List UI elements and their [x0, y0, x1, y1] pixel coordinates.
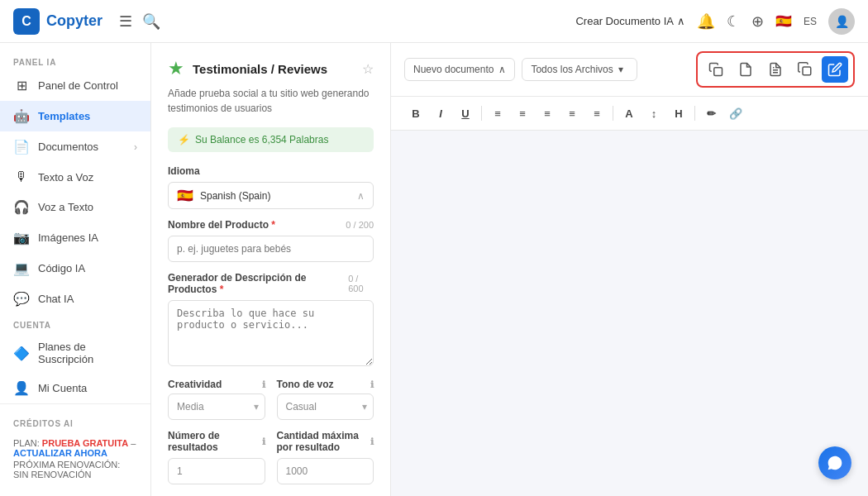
sidebar-item-imagenes-ia[interactable]: 📷 Imágenes IA: [0, 222, 150, 253]
sidebar-item-templates[interactable]: 🤖 Templates: [0, 101, 150, 131]
template-header: ★ Testimonials / Reviews ☆: [151, 43, 390, 86]
plan-update-link[interactable]: ACTUALIZAR AHORA: [13, 448, 107, 458]
sidebar-item-chat-ia[interactable]: 💬 Chat IA: [0, 284, 150, 314]
divider: [481, 106, 482, 121]
plan-renovacion: PRÓXIMA RENOVACIÓN: SIN RENOVACIÓN: [13, 460, 137, 479]
nombre-label: Nombre del Producto * 0 / 200: [168, 219, 374, 231]
idioma-section: Idioma 🇪🇸 Spanish (Spain) ∧: [151, 165, 390, 219]
sidebar-item-documentos[interactable]: 📄 Documentos ›: [0, 131, 150, 162]
chevron-down-icon: ▾: [618, 64, 623, 75]
italic-button[interactable]: I: [429, 102, 452, 125]
sidebar-item-texto-a-voz[interactable]: 🎙 Texto a Voz: [0, 162, 150, 192]
template-title: Testimonials / Reviews: [193, 62, 354, 76]
active-icon-button[interactable]: [822, 56, 848, 83]
document-icon: 📄: [13, 139, 30, 155]
required-indicator: *: [220, 284, 224, 295]
info-icon[interactable]: ℹ: [370, 379, 374, 390]
sidebar-item-label: Templates: [38, 110, 137, 122]
link-button[interactable]: 🔗: [724, 102, 747, 125]
balance-bar: ⚡ Su Balance es 6,354 Palabras: [168, 127, 374, 152]
user-icon: 👤: [13, 380, 30, 396]
align-right-button[interactable]: ≡: [536, 102, 559, 125]
tono-select[interactable]: Casual: [277, 393, 374, 420]
align-center-button[interactable]: ≡: [511, 102, 534, 125]
logo-text: Copyter: [46, 12, 103, 30]
idioma-flag: 🇪🇸: [177, 188, 193, 203]
archive-label: Todos los Archivos: [531, 64, 613, 75]
plan-box: PLAN: PRUEBA GRATUITA – ACTUALIZAR AHORA…: [0, 432, 150, 488]
chat-bubble[interactable]: [818, 446, 851, 479]
creatividad-select[interactable]: Media: [168, 393, 265, 420]
sidebar-item-label: Texto a Voz: [38, 171, 137, 184]
topnav: C Copyter ☰ 🔍 Crear Documento IA ∧ 🔔 ☾ ⊕…: [0, 0, 868, 43]
doc-icon-button[interactable]: [732, 56, 759, 83]
num-input[interactable]: [168, 458, 265, 484]
idioma-select[interactable]: 🇪🇸 Spanish (Spain) ∧: [168, 182, 374, 209]
flag-icon: 🇪🇸: [775, 13, 792, 29]
lang-text: ES: [804, 16, 817, 27]
underline-button[interactable]: U: [454, 102, 477, 125]
bell-icon[interactable]: 🔔: [697, 12, 715, 31]
arrow-icon: ›: [134, 141, 137, 153]
doc-select[interactable]: Nuevo documento ∧: [404, 58, 515, 81]
copy2-icon-button[interactable]: [792, 56, 818, 83]
descripcion-textarea[interactable]: [168, 300, 374, 366]
nombre-input[interactable]: [168, 236, 374, 262]
plan-upgrade[interactable]: PRUEBA GRATUITA: [42, 438, 128, 448]
sidebar-item-codigo-ia[interactable]: 💻 Código IA: [0, 253, 150, 284]
creditos-label: CRÉDITOS AI: [0, 413, 150, 432]
sidebar-item-label: Imágenes IA: [38, 231, 137, 244]
grid-icon: ⊞: [13, 78, 30, 93]
logo: C Copyter: [13, 8, 103, 35]
copy-icon-button[interactable]: [703, 56, 729, 83]
cantidad-input[interactable]: [277, 458, 374, 484]
sidebar-item-voz-a-texto[interactable]: 🎧 Voz a Texto: [0, 192, 150, 222]
idioma-value: Spanish (Spain): [200, 190, 357, 202]
grid-icon[interactable]: ⊕: [751, 12, 764, 31]
sidebar-item-label: Voz a Texto: [38, 201, 137, 213]
sidebar-item-mi-cuenta[interactable]: 👤 Mi Cuenta: [0, 373, 150, 403]
sidebar-item-panel-control[interactable]: ⊞ Panel de Control: [0, 70, 150, 101]
template-desc: Añade prueba social a tu sitio web gener…: [151, 86, 390, 127]
editor-area[interactable]: [391, 131, 868, 496]
font-color-button[interactable]: A: [618, 102, 641, 125]
required-indicator: *: [271, 219, 275, 231]
list-button[interactable]: ≡: [585, 102, 608, 125]
divider: [613, 106, 613, 121]
cuenta-label: CUENTA: [0, 314, 150, 333]
sidebar-bottom: CRÉDITOS AI PLAN: PRUEBA GRATUITA – ACTU…: [0, 403, 150, 496]
plan-text: PLAN:: [13, 438, 42, 448]
favorite-icon[interactable]: ☆: [362, 61, 374, 77]
main-layout: PANEL IA ⊞ Panel de Control 🤖 Templates …: [0, 43, 868, 496]
avatar[interactable]: 👤: [828, 8, 855, 35]
archive-select[interactable]: Todos los Archivos ▾: [522, 58, 637, 81]
nombre-count: 0 / 200: [346, 220, 374, 230]
search-icon[interactable]: 🔍: [142, 12, 160, 31]
headphone-icon: 🎧: [13, 199, 30, 215]
align-left-button[interactable]: ≡: [486, 102, 509, 125]
divider: [694, 106, 695, 121]
align-justify-button[interactable]: ≡: [560, 102, 584, 125]
pen-button[interactable]: ✏: [699, 102, 723, 125]
chevron-up-icon: ∧: [498, 64, 506, 75]
info-icon[interactable]: ℹ: [262, 379, 265, 390]
hamburger-icon[interactable]: ☰: [119, 12, 132, 31]
creatividad-select-wrap: Media ▾: [168, 393, 265, 420]
chevron-up-icon: ∧: [357, 190, 365, 202]
crear-documento-button[interactable]: Crear Documento IA ∧: [575, 15, 685, 27]
plan-line: PLAN: PRUEBA GRATUITA – ACTUALIZAR AHORA: [13, 438, 137, 458]
bolt-icon: ⚡: [178, 134, 190, 145]
moon-icon[interactable]: ☾: [727, 12, 740, 31]
chat-icon: 💬: [13, 291, 30, 307]
heading-button[interactable]: H: [667, 102, 690, 125]
sidebar-item-planes[interactable]: 🔷 Planes de Suscripción: [0, 333, 150, 373]
line-height-button[interactable]: ↕: [642, 102, 665, 125]
file-icon-button[interactable]: [762, 56, 789, 83]
info-icon[interactable]: ℹ: [370, 436, 374, 447]
info-icon[interactable]: ℹ: [262, 436, 265, 447]
panel-ia-label: PANEL IA: [0, 51, 150, 70]
sidebar-item-label: Panel de Control: [38, 79, 137, 92]
content-area: ★ Testimonials / Reviews ☆ Añade prueba …: [151, 43, 868, 496]
nav-icons: ☰ 🔍: [119, 12, 160, 31]
bold-button[interactable]: B: [404, 102, 427, 125]
